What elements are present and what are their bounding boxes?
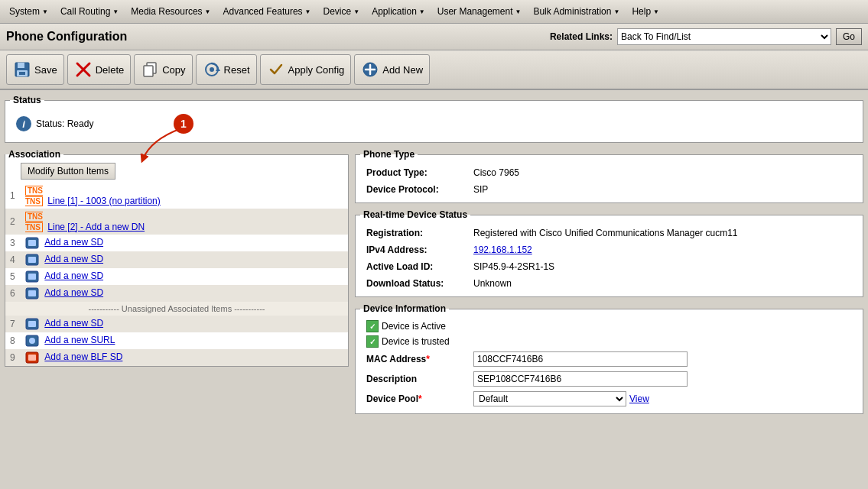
device-trusted-checkbox[interactable]: ✓ xyxy=(366,335,379,348)
download-status-label: Download Status: xyxy=(360,275,467,292)
nav-item-bulk-administration[interactable]: Bulk Administration ▼ xyxy=(527,0,626,23)
assoc-link-6[interactable]: Add a new SD xyxy=(44,287,103,298)
nav-item-call-routing[interactable]: Call Routing ▼ xyxy=(54,0,125,23)
svg-rect-16 xyxy=(28,240,36,246)
device-info-legend: Device Information xyxy=(360,303,449,314)
svg-marker-9 xyxy=(216,67,220,71)
related-links-label: Related Links: xyxy=(550,31,613,42)
table-row: 8 Add a new SURL xyxy=(5,332,348,349)
add-new-icon xyxy=(361,60,379,79)
device-pool-select[interactable]: Default xyxy=(473,391,626,406)
device-trusted-label: Device is trusted xyxy=(382,336,450,347)
svg-rect-18 xyxy=(28,257,36,263)
device-protocol-label: Device Protocol: xyxy=(360,181,467,198)
phone-type-legend: Phone Type xyxy=(360,149,418,160)
assoc-link-7[interactable]: Add a new SD xyxy=(44,318,103,329)
svg-rect-28 xyxy=(28,355,36,361)
info-icon: i xyxy=(16,116,31,131)
reset-button[interactable]: Reset xyxy=(196,54,257,85)
active-load-label: Active Load ID: xyxy=(360,258,467,275)
active-load-value: SIP45.9-4-2SR1-1S xyxy=(467,258,858,275)
reset-icon xyxy=(203,60,221,79)
device-pool-row: Device Pool Default View xyxy=(360,389,858,409)
device-trusted-row: ✓ Device is trusted xyxy=(360,334,858,349)
go-button[interactable]: Go xyxy=(836,28,862,45)
save-button[interactable]: Save xyxy=(6,54,64,85)
blf-icon xyxy=(25,351,41,362)
copy-button[interactable]: Copy xyxy=(134,54,192,85)
related-links-area: Related Links: Back To Find/List Go xyxy=(550,28,862,45)
line-icon-2: TNSTNS xyxy=(25,212,43,232)
description-input[interactable] xyxy=(473,371,688,387)
chevron-down-icon: ▼ xyxy=(42,8,48,15)
ipv4-link[interactable]: 192.168.1.152 xyxy=(473,244,532,255)
svg-rect-1 xyxy=(18,63,24,68)
nav-item-system[interactable]: System ▼ xyxy=(3,0,54,23)
device-pool-label: Device Pool xyxy=(366,393,473,404)
mac-address-input[interactable] xyxy=(473,351,688,367)
modify-button-items-button[interactable]: Modify Button Items xyxy=(21,163,115,180)
apply-config-icon xyxy=(267,60,285,79)
table-row-separator: ----------- Unassigned Associated Items … xyxy=(5,302,348,316)
related-links-select[interactable]: Back To Find/List xyxy=(617,28,831,45)
add-new-button[interactable]: Add New xyxy=(354,54,430,85)
assoc-link-5[interactable]: Add a new SD xyxy=(44,270,103,281)
sd-icon-3 xyxy=(25,237,41,248)
device-protocol-value: SIP xyxy=(467,181,858,198)
main-content: Status i Status: Ready Association Modif… xyxy=(0,90,868,489)
association-table: 1 TNSTNS Line [1] - 1003 (no partition) … xyxy=(5,183,348,366)
table-row: 1 TNSTNS Line [1] - 1003 (no partition) xyxy=(5,183,348,209)
description-label: Description xyxy=(366,374,473,384)
assoc-link-8[interactable]: Add a new SURL xyxy=(44,335,115,345)
description-row: Description xyxy=(360,369,858,389)
realtime-status-legend: Real-time Device Status xyxy=(360,209,470,220)
device-pool-view-link[interactable]: View xyxy=(629,393,649,404)
svg-rect-7 xyxy=(144,66,153,76)
apply-config-button[interactable]: Apply Config xyxy=(260,54,352,85)
association-section: Association Modify Button Items 1 xyxy=(5,149,349,367)
registration-label: Registration: xyxy=(360,225,467,241)
assoc-link-1[interactable]: Line [1] - 1003 (no partition) xyxy=(47,196,160,206)
assoc-link-2[interactable]: Line [2] - Add a new DN xyxy=(47,222,145,232)
assoc-link-9[interactable]: Add a new BLF SD xyxy=(44,351,122,362)
status-legend: Status xyxy=(10,95,44,105)
delete-button[interactable]: Delete xyxy=(67,54,132,85)
delete-icon xyxy=(74,60,93,79)
svg-rect-22 xyxy=(28,290,36,296)
sd-icon-7 xyxy=(25,318,41,329)
svg-point-26 xyxy=(29,338,35,344)
table-row: 5 Add a new SD xyxy=(5,268,348,285)
table-row: 6 Add a new SD xyxy=(5,285,348,302)
nav-item-user-management[interactable]: User Management ▼ xyxy=(431,0,528,23)
left-column: Association Modify Button Items 1 xyxy=(5,149,349,420)
nav-item-help[interactable]: Help ▼ xyxy=(626,0,665,23)
table-row: 4 Add a new SD xyxy=(5,251,348,268)
assoc-link-4[interactable]: Add a new SD xyxy=(44,254,103,264)
chevron-down-icon: ▼ xyxy=(515,8,521,15)
download-status-value: Unknown xyxy=(467,275,858,292)
chevron-down-icon: ▼ xyxy=(653,8,659,15)
svg-rect-24 xyxy=(28,321,36,327)
title-bar: Phone Configuration Related Links: Back … xyxy=(0,24,868,50)
association-legend: Association xyxy=(5,149,63,160)
realtime-status-table: Registration: Registered with Cisco Unif… xyxy=(360,225,858,292)
nav-item-application[interactable]: Application ▼ xyxy=(366,0,431,23)
toolbar: Save Delete Copy Reset xyxy=(0,50,868,90)
chevron-down-icon: ▼ xyxy=(112,8,119,15)
chevron-down-icon: ▼ xyxy=(305,8,311,15)
device-info-section: Device Information ✓ Device is Active ✓ … xyxy=(355,303,863,414)
nav-item-advanced-features[interactable]: Advanced Features ▼ xyxy=(217,0,317,23)
device-active-checkbox[interactable]: ✓ xyxy=(366,320,379,332)
assoc-link-3[interactable]: Add a new SD xyxy=(44,237,103,248)
table-row: 9 Add a new BLF SD xyxy=(5,349,348,366)
nav-item-device[interactable]: Device ▼ xyxy=(317,0,366,23)
top-navigation: System ▼ Call Routing ▼ Media Resources … xyxy=(0,0,868,24)
svg-rect-20 xyxy=(28,274,36,280)
device-active-row: ✓ Device is Active xyxy=(360,319,858,334)
nav-item-media-resources[interactable]: Media Resources ▼ xyxy=(125,0,216,23)
mac-address-label: MAC Address xyxy=(366,354,473,364)
realtime-status-section: Real-time Device Status Registration: Re… xyxy=(355,209,863,297)
copy-icon xyxy=(141,60,159,79)
status-section: Status i Status: Ready xyxy=(5,95,863,143)
product-type-label: Product Type: xyxy=(360,164,467,181)
